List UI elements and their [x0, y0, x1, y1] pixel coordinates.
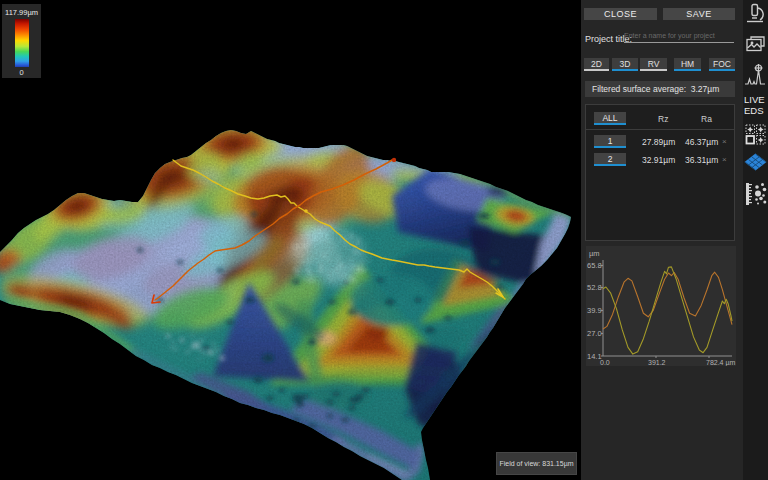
svg-text:µm: µm — [589, 249, 600, 258]
svg-text:39.9: 39.9 — [587, 306, 602, 315]
svg-text:0.0: 0.0 — [600, 359, 610, 366]
svg-text:52.8: 52.8 — [587, 283, 602, 292]
svg-text:65.8: 65.8 — [587, 261, 602, 270]
svg-text:782.4 µm: 782.4 µm — [706, 359, 735, 366]
svg-text:27.0: 27.0 — [587, 329, 602, 338]
svg-text:391.2: 391.2 — [648, 359, 666, 366]
